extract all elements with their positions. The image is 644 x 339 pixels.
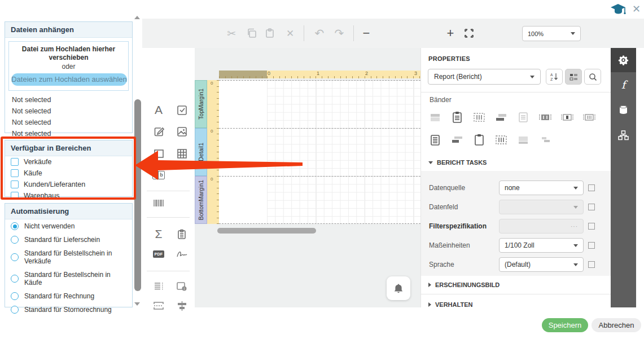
area-option-warenhaus[interactable]: Warenhaus <box>5 190 132 201</box>
page-break-control-icon[interactable] <box>151 298 166 313</box>
notifications-button[interactable] <box>387 276 410 300</box>
report-page[interactable] <box>219 80 420 224</box>
scroll-down-icon[interactable] <box>134 302 140 306</box>
property-checkbox[interactable] <box>588 184 595 191</box>
zoom-out-icon[interactable]: − <box>363 27 370 39</box>
picture-control-icon[interactable] <box>174 124 189 139</box>
band-separator[interactable] <box>219 80 420 81</box>
table-control-icon[interactable] <box>174 146 189 161</box>
band-separator[interactable] <box>219 128 420 129</box>
checkbox[interactable] <box>11 180 19 188</box>
radio[interactable] <box>11 306 19 314</box>
area-option-kunden-lieferanten[interactable]: Kunden/Lieferanten <box>5 179 132 190</box>
area-option-verkaeufe[interactable]: Verkäufe <box>5 156 132 168</box>
behavior-section-header[interactable]: VERHALTEN <box>421 296 611 313</box>
property-checkbox[interactable] <box>588 261 595 268</box>
band-icon-4[interactable] <box>494 111 508 124</box>
fullscreen-icon[interactable] <box>464 28 474 38</box>
radio[interactable] <box>11 292 19 300</box>
band-icon-13[interactable] <box>516 133 530 147</box>
panel-info-icon[interactable]: i <box>174 279 189 293</box>
paste-icon[interactable] <box>265 28 275 38</box>
clipboard-control-icon[interactable] <box>174 227 189 241</box>
property-checkbox[interactable] <box>588 223 595 230</box>
barcode-control-icon[interactable] <box>151 196 166 210</box>
sprache-select[interactable]: (Default) <box>499 257 584 272</box>
band-icon-8[interactable] <box>582 111 596 124</box>
save-button[interactable]: Speichern <box>542 318 588 332</box>
search-properties-button[interactable] <box>584 69 601 85</box>
sort-alphabetical-button[interactable]: AZ <box>546 69 563 85</box>
checkbox[interactable] <box>11 158 19 166</box>
group-view-button[interactable] <box>565 69 582 85</box>
automation-option-lieferschein[interactable]: Standard für Lieferschein <box>5 233 132 246</box>
band-icon-5[interactable] <box>516 111 530 124</box>
band-icon-6[interactable] <box>538 111 552 124</box>
character-comb-control-icon[interactable]: ab <box>151 168 166 182</box>
ellipsis-icon[interactable]: ··· <box>571 223 578 230</box>
band-icon-14[interactable] <box>538 133 552 147</box>
band-header-detail[interactable]: Detail1 <box>195 128 207 176</box>
datenquelle-select[interactable]: none <box>499 180 584 195</box>
properties-tab[interactable] <box>611 48 636 72</box>
band-icon-11[interactable] <box>472 133 486 147</box>
checkbox[interactable] <box>11 169 19 177</box>
select-files-button[interactable]: Dateien zum Hochladen auswählen <box>11 73 127 86</box>
label-control-icon[interactable]: A <box>151 103 166 117</box>
automation-option-rechnung[interactable]: Standard für Rechnung <box>5 289 132 303</box>
delete-icon[interactable]: ✕ <box>286 29 294 38</box>
appearance-section-header[interactable]: ERSCHEINUNGSBILD <box>421 276 611 293</box>
scrollbar-thumb[interactable] <box>134 99 141 291</box>
automation-option-belstellschein-verkaeufe[interactable]: Standard für Belstellschein in Verkäufe <box>5 246 132 268</box>
richtext-control-icon[interactable] <box>151 124 166 139</box>
zoom-level-select[interactable]: 100% <box>522 26 581 41</box>
radio[interactable] <box>11 275 19 283</box>
cut-icon[interactable]: ✂ <box>227 28 236 39</box>
copy-icon[interactable] <box>247 28 257 38</box>
scroll-up-icon[interactable] <box>134 16 140 19</box>
pdf-content-control-icon[interactable]: PDF <box>151 246 166 261</box>
report-tasks-section-header[interactable]: BERICHT TASKS <box>421 154 611 171</box>
band-icon-12[interactable] <box>494 133 508 147</box>
redo-icon[interactable]: ↷ <box>335 28 344 39</box>
checkbox[interactable] <box>11 192 19 200</box>
expressions-tab[interactable]: f <box>611 72 636 96</box>
band-header-top-margin[interactable]: TopMargin1 <box>195 80 207 128</box>
signature-control-icon[interactable] <box>174 246 189 261</box>
canvas-horizontal-scrollbar[interactable] <box>217 228 316 234</box>
zoom-in-icon[interactable]: + <box>447 27 454 39</box>
summary-control-icon[interactable]: Σ <box>151 227 166 241</box>
left-panel-scrollbar[interactable] <box>133 15 142 308</box>
masseinheiten-select[interactable]: 1/100 Zoll <box>499 238 584 253</box>
field-list-tab[interactable] <box>611 98 636 122</box>
property-checkbox[interactable] <box>588 242 595 249</box>
radio[interactable] <box>11 236 19 244</box>
undo-icon[interactable]: ↶ <box>315 28 325 39</box>
automation-option-stornorechnung[interactable]: Standard für Stornorechnung <box>5 303 132 316</box>
band-icon-1[interactable] <box>428 111 442 124</box>
band-icon-9[interactable] <box>428 133 442 147</box>
checkbox-control-icon[interactable] <box>174 103 189 117</box>
band-icon-2[interactable] <box>450 111 464 124</box>
band-header-bottom-margin[interactable]: BottomMargin1 <box>195 176 207 224</box>
line-list-icon[interactable] <box>151 279 166 293</box>
band-separator[interactable] <box>219 223 420 224</box>
band-icon-10[interactable] <box>450 133 464 147</box>
band-separator[interactable] <box>219 176 420 177</box>
area-option-kaeufe[interactable]: Käufe <box>5 168 132 179</box>
report-explorer-tab[interactable] <box>611 123 636 147</box>
close-icon[interactable]: ✕ <box>632 3 641 15</box>
component-selector[interactable]: Report (Bericht) <box>428 69 541 85</box>
radio-selected[interactable] <box>11 222 19 230</box>
design-surface[interactable]: 0 1 2 3 TopMargin1 Detail1 BottomMargin1… <box>195 48 420 307</box>
cancel-button[interactable]: Abbrechen <box>592 318 641 332</box>
shape-control-icon[interactable] <box>151 146 166 161</box>
property-checkbox[interactable] <box>588 204 595 210</box>
radio[interactable] <box>11 253 19 261</box>
band-icon-7[interactable] <box>560 111 574 124</box>
automation-option-bestellschein-kaeufe[interactable]: Standard für Bestellschein in Käufe <box>5 268 132 289</box>
file-dropzone[interactable]: Datei zum Hochladen hierher verschieben … <box>8 41 129 91</box>
align-distribute-icon[interactable] <box>174 298 189 313</box>
automation-option-none[interactable]: Nicht verwenden <box>5 219 132 233</box>
band-icon-3[interactable] <box>472 111 486 124</box>
